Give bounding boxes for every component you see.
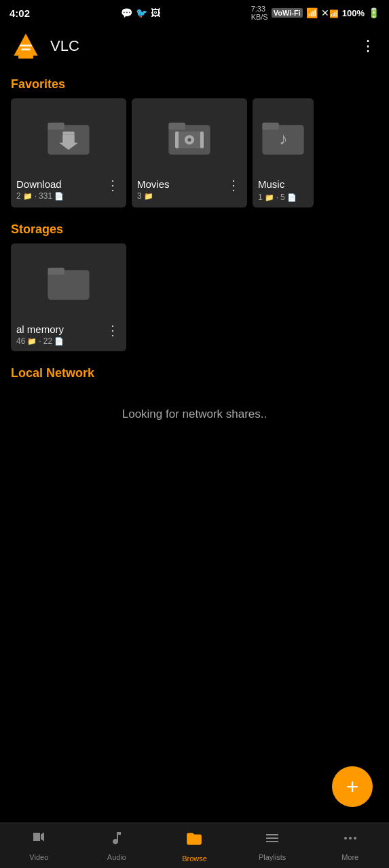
- audio-nav-label: Audio: [107, 853, 126, 861]
- status-icons: 💬 🐦 🖼: [121, 7, 160, 18]
- wifi-icon: 📶: [306, 7, 318, 18]
- vowifi-icon: VoWi-Fi: [272, 8, 303, 18]
- folder-icon-area-download: [11, 98, 126, 173]
- signal-icon: ✕📶: [321, 7, 339, 18]
- header-menu-button[interactable]: ⋮: [358, 35, 378, 58]
- folder-info-download: Download 2 📁 · 331 📄: [16, 178, 64, 201]
- svg-point-13: [187, 138, 191, 142]
- browse-nav-icon: [185, 830, 203, 852]
- local-network-section-header: Local Network: [0, 357, 389, 387]
- scroll-content: Favorites Download 2 📁 ·: [0, 68, 389, 496]
- folder-name-memory: al memory: [16, 323, 64, 335]
- movies-folder-icon: [166, 112, 213, 159]
- folder-info-memory: al memory 46 📁 · 22 📄: [16, 323, 64, 346]
- playlists-nav-label: Playlists: [259, 853, 286, 861]
- folder-count-music: 1: [258, 193, 263, 202]
- video-nav-icon: [31, 830, 47, 850]
- file-count-download: 331: [39, 191, 52, 201]
- video-nav-label: Video: [29, 853, 48, 861]
- favorites-item-music[interactable]: ♪ Music 1 📁 · 5 📄: [253, 98, 314, 208]
- folder-icon-area-memory: [11, 243, 126, 318]
- download-folder-icon: [45, 112, 92, 159]
- folder-menu-movies[interactable]: [225, 178, 242, 192]
- whatsapp-icon: 💬: [121, 7, 132, 18]
- folder-name-music: Music: [258, 178, 284, 190]
- storages-item-memory[interactable]: al memory 46 📁 · 22 📄: [11, 243, 126, 351]
- status-bar: 4:02 💬 🐦 🖼 7:33KB/S VoWi-Fi 📶 ✕📶 100% 🔋: [0, 0, 389, 24]
- svg-rect-2: [20, 45, 32, 47]
- bottom-nav: Video Audio Browse Playlists More: [0, 823, 389, 868]
- favorites-item-download[interactable]: Download 2 📁 · 331 📄: [11, 98, 126, 208]
- folder-card-bottom-music: Music 1 📁 · 5 📄: [253, 173, 314, 208]
- folder-menu-download[interactable]: [105, 178, 121, 192]
- folder-icon-small-movies: 📁: [144, 192, 153, 201]
- audio-nav-icon: [109, 830, 125, 850]
- svg-rect-18: [48, 268, 64, 275]
- browse-nav-label: Browse: [182, 854, 207, 863]
- battery-icon: 100%: [342, 8, 365, 18]
- svg-rect-3: [21, 49, 30, 51]
- folder-meta-memory: 46 📁 · 22 📄: [16, 336, 64, 346]
- nav-item-more[interactable]: More: [327, 830, 374, 861]
- svg-rect-9: [175, 132, 179, 149]
- folder-card-bottom-movies: Movies 3 📁: [132, 173, 247, 206]
- file-count-memory: 22: [43, 336, 52, 346]
- svg-rect-8: [168, 123, 185, 130]
- svg-rect-5: [48, 123, 64, 130]
- folder-menu-memory[interactable]: [105, 323, 121, 337]
- more-nav-label: More: [341, 853, 358, 861]
- storages-section-header: Storages: [0, 213, 389, 243]
- network-message: Looking for network shares..: [0, 387, 389, 441]
- file-icon-small: 📄: [54, 192, 64, 201]
- nav-item-browse[interactable]: Browse: [170, 830, 218, 863]
- twitter-icon: 🐦: [136, 7, 147, 18]
- nav-item-playlists[interactable]: Playlists: [248, 830, 296, 861]
- folder-count-movies: 3: [137, 191, 142, 201]
- gallery-icon: 🖼: [151, 7, 160, 18]
- folder-card-bottom-download: Download 2 📁 · 331 📄: [11, 173, 126, 206]
- favorites-grid: Download 2 📁 · 331 📄: [0, 98, 389, 213]
- svg-point-21: [354, 837, 356, 840]
- svg-text:♪: ♪: [279, 130, 287, 148]
- svg-point-19: [344, 837, 347, 840]
- folder-icon-area-movies: [132, 98, 247, 173]
- app-title: VLC: [50, 37, 348, 55]
- folder-card-bottom-memory: al memory 46 📁 · 22 📄: [11, 318, 126, 351]
- folder-count-download: 2: [16, 191, 21, 201]
- folder-meta-download: 2 📁 · 331 📄: [16, 191, 64, 201]
- app-header: VLC ⋮: [0, 24, 389, 68]
- folder-count-memory: 46: [16, 336, 25, 346]
- folder-meta-music: 1 📁 · 5 📄: [258, 193, 297, 202]
- folder-name-movies: Movies: [137, 178, 170, 190]
- nav-item-video[interactable]: Video: [15, 830, 62, 861]
- storages-grid: al memory 46 📁 · 22 📄: [0, 243, 389, 357]
- folder-name-download: Download: [16, 178, 64, 190]
- svg-point-20: [349, 837, 352, 840]
- battery-graphic: 🔋: [368, 7, 379, 18]
- more-nav-icon: [342, 830, 358, 850]
- favorites-item-movies[interactable]: Movies 3 📁: [132, 98, 247, 208]
- nav-item-audio[interactable]: Audio: [93, 830, 141, 861]
- favorites-section-header: Favorites: [0, 68, 389, 98]
- add-icon: +: [346, 776, 359, 797]
- folder-info-movies: Movies 3 📁: [137, 178, 170, 201]
- file-count-music: 5: [280, 193, 285, 202]
- memory-folder-icon: [45, 257, 92, 304]
- svg-rect-6: [62, 132, 75, 134]
- status-right: 7:33KB/S VoWi-Fi 📶 ✕📶 100% 🔋: [251, 5, 379, 21]
- svg-rect-15: [262, 123, 279, 130]
- folder-icon-area-music: ♪: [253, 98, 314, 173]
- music-folder-icon: ♪: [259, 112, 307, 159]
- add-fab-button[interactable]: +: [332, 766, 373, 807]
- svg-rect-10: [200, 132, 204, 149]
- playlists-nav-icon: [264, 830, 280, 850]
- data-speed: 7:33KB/S: [251, 5, 268, 21]
- svg-rect-1: [18, 56, 33, 58]
- folder-icon-small: 📁: [23, 192, 33, 201]
- vlc-logo: [11, 31, 41, 61]
- status-time: 4:02: [10, 7, 30, 19]
- dot-sep: ·: [35, 191, 37, 201]
- folder-meta-movies: 3 📁: [137, 191, 170, 201]
